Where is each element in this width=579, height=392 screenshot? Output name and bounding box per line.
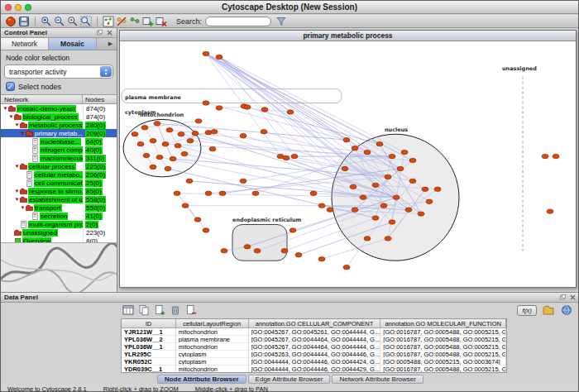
network-node[interactable] — [162, 141, 169, 146]
select-nodes-checkbox[interactable]: ✓ — [6, 82, 15, 91]
show-all-icon[interactable] — [128, 16, 141, 27]
network-node[interactable] — [295, 253, 302, 257]
network-overview-icon[interactable] — [102, 16, 115, 27]
tree-row[interactable]: cellular metabo...206(0) — [1, 170, 117, 179]
save-session-icon[interactable] — [17, 16, 31, 27]
tab-scroll-right-icon[interactable]: ▶ — [104, 38, 117, 50]
network-node[interactable] — [150, 139, 156, 143]
network-node[interactable] — [376, 141, 383, 146]
clear-attribute-icon[interactable] — [184, 304, 198, 316]
network-node[interactable] — [553, 154, 559, 158]
node-color-dropdown[interactable]: transporter activity ▲▼ — [4, 65, 113, 79]
network-node[interactable] — [137, 141, 144, 146]
table-row[interactable]: YPL036W__2plasma membrane[GO:0045267, GO… — [122, 336, 506, 343]
network-node[interactable] — [150, 165, 156, 169]
table-column-header[interactable]: ID — [122, 319, 176, 328]
network-node[interactable] — [244, 245, 251, 249]
hide-selected-icon[interactable] — [115, 16, 128, 27]
network-node[interactable] — [156, 155, 163, 159]
network-node[interactable] — [360, 195, 366, 199]
network-node[interactable] — [542, 154, 548, 158]
table-row[interactable]: YLR295Ccytoplasm[GO:0045263, GO:0044444,… — [122, 351, 506, 358]
network-node[interactable] — [290, 228, 296, 232]
tree-row[interactable]: ▼biological_process874(0) — [1, 112, 117, 121]
expand-toggle-icon[interactable]: ▼ — [20, 205, 26, 210]
network-node[interactable] — [385, 237, 391, 241]
tab-network-attribute-browser[interactable]: Network Attribute Browser — [332, 375, 423, 384]
birdseye-view[interactable] — [1, 242, 117, 292]
tree-row[interactable]: ▼mosaic-demo-yeast874(0) — [1, 104, 117, 112]
network-node[interactable] — [405, 208, 412, 212]
network-node[interactable] — [195, 119, 202, 123]
network-node[interactable] — [252, 191, 259, 195]
network-node[interactable] — [240, 179, 246, 183]
network-node[interactable] — [352, 146, 358, 150]
network-node[interactable] — [154, 122, 160, 126]
network-node[interactable] — [186, 179, 193, 183]
zoom-fit-icon[interactable] — [79, 16, 93, 27]
zoom-in-icon[interactable] — [40, 16, 53, 27]
network-node[interactable] — [385, 174, 391, 179]
zoom-out-icon[interactable] — [53, 16, 66, 27]
open-session-icon[interactable] — [4, 16, 17, 27]
tree-row[interactable]: ▼primary metab...209(0) — [1, 129, 117, 137]
table-row[interactable]: YKR052Ccytoplasm[GO:0044444, GO:0044446,… — [122, 358, 506, 366]
network-node[interactable] — [211, 130, 218, 134]
create-attribute-icon[interactable] — [153, 304, 166, 316]
tree-row[interactable]: nitrogen compo...40(0) — [1, 146, 117, 154]
tab-edge-attribute-browser[interactable]: Edge Attribute Browser — [248, 375, 331, 384]
close-icon[interactable] — [569, 294, 577, 301]
network-node[interactable] — [318, 257, 325, 261]
table-row[interactable]: YJR121W__1mitochondrion[GO:0045267, GO:0… — [122, 328, 506, 336]
network-node[interactable] — [216, 106, 223, 110]
network-canvas[interactable]: plasma membranecytoplasmmitochondrionnuc… — [120, 42, 576, 287]
select-attributes-icon[interactable] — [122, 304, 135, 316]
table-column-header[interactable]: cellularLayoutRegion — [176, 319, 249, 328]
network-node[interactable] — [393, 195, 400, 199]
network-node[interactable] — [409, 158, 416, 162]
network-node[interactable] — [281, 249, 288, 253]
table-column-header[interactable]: annotation.GO CELLULAR_COMPONENT — [249, 319, 381, 328]
network-node[interactable] — [547, 209, 553, 213]
destroy-view-icon[interactable] — [155, 16, 168, 27]
network-node[interactable] — [170, 156, 176, 160]
expand-toggle-icon[interactable]: ▼ — [20, 131, 26, 136]
network-node[interactable] — [291, 154, 298, 158]
network-node[interactable] — [203, 228, 209, 232]
network-node[interactable] — [165, 166, 171, 170]
network-node[interactable] — [132, 132, 138, 136]
network-node[interactable] — [216, 55, 223, 59]
network-node[interactable] — [240, 134, 246, 138]
tree-row[interactable]: secretion41(0) — [1, 212, 117, 220]
network-node[interactable] — [174, 191, 180, 195]
filter-icon[interactable] — [275, 16, 288, 27]
network-node[interactable] — [209, 146, 216, 151]
tab-mosaic[interactable]: Mosaic — [49, 38, 97, 50]
search-input[interactable] — [205, 17, 271, 26]
network-node[interactable] — [380, 203, 387, 208]
network-edge[interactable] — [206, 54, 388, 177]
tree-row[interactable]: ▼metabolic process280(0) — [1, 121, 117, 129]
network-node[interactable] — [352, 208, 358, 212]
network-node[interactable] — [175, 143, 181, 147]
table-row[interactable]: YPL036W__1mitochondrion[GO:0045267, GO:0… — [122, 343, 506, 351]
import-attributes-icon[interactable] — [542, 304, 555, 316]
network-node[interactable] — [401, 150, 408, 154]
network-view-title[interactable]: primary metabolic process — [120, 31, 576, 41]
network-node[interactable] — [343, 265, 350, 269]
table-column-header[interactable]: annotation.GO MOLECULAR_FUNCTION — [380, 319, 506, 328]
tab-network[interactable]: Network — [1, 38, 49, 50]
network-node[interactable] — [187, 139, 194, 143]
network-node[interactable] — [422, 187, 428, 191]
tree-row[interactable]: macromolecule...311(0) — [1, 154, 117, 162]
network-node[interactable] — [389, 220, 395, 224]
float-icon[interactable] — [96, 29, 103, 36]
zoom-selected-icon[interactable] — [66, 16, 79, 27]
close-icon[interactable] — [106, 29, 113, 36]
network-node[interactable] — [389, 154, 395, 158]
create-view-icon[interactable] — [141, 16, 155, 27]
network-node[interactable] — [166, 128, 173, 132]
network-node[interactable] — [310, 191, 317, 195]
network-node[interactable] — [364, 150, 371, 154]
network-node[interactable] — [372, 183, 379, 187]
